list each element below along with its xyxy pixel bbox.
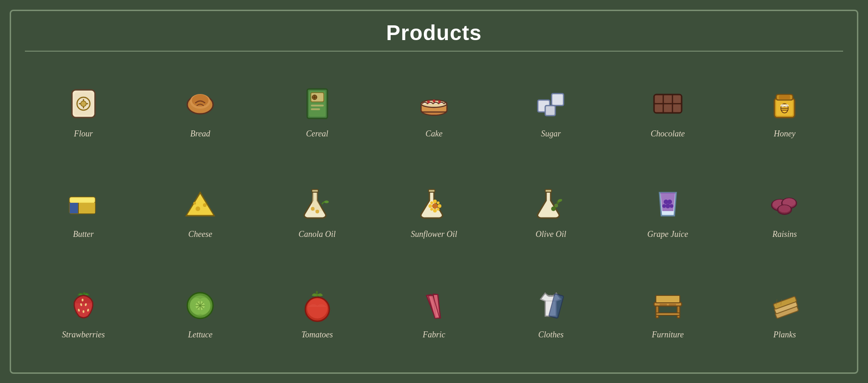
product-butter: Butter	[25, 161, 142, 262]
products-board: Products Flour	[10, 10, 858, 374]
svg-point-66	[437, 208, 440, 211]
product-tomatoes: Tomatoes	[259, 262, 375, 362]
svg-point-65	[430, 208, 433, 211]
svg-marker-49	[187, 194, 213, 215]
product-honey: Honey	[726, 61, 843, 161]
bread-label: Bread	[190, 129, 210, 139]
svg-rect-34	[673, 105, 681, 112]
canola-oil-label: Canola Oil	[298, 230, 336, 239]
planks-label: Planks	[773, 330, 796, 340]
butter-label: Butter	[73, 230, 94, 239]
svg-rect-12	[311, 108, 320, 110]
svg-point-56	[324, 200, 329, 203]
svg-point-16	[427, 100, 430, 103]
svg-point-76	[670, 204, 673, 208]
grape-juice-icon	[647, 183, 689, 225]
strawberries-icon	[63, 284, 104, 325]
svg-point-54	[311, 207, 315, 211]
product-cheese: Cheese	[142, 161, 258, 262]
cereal-label: Cereal	[306, 129, 328, 139]
fabric-label: Fabric	[422, 330, 445, 340]
svg-rect-102	[669, 304, 676, 306]
sunflower-oil-icon	[413, 183, 455, 225]
svg-point-55	[315, 210, 319, 213]
title-divider	[25, 51, 843, 52]
sugar-label: Sugar	[541, 129, 561, 139]
tomatoes-icon	[297, 284, 338, 325]
svg-point-51	[203, 203, 207, 207]
svg-point-50	[196, 206, 200, 211]
svg-point-82	[779, 205, 791, 212]
product-chocolate: Chocolate	[609, 61, 726, 161]
cake-label: Cake	[426, 129, 443, 139]
svg-point-18	[438, 100, 441, 103]
svg-rect-32	[655, 105, 662, 112]
bread-icon	[179, 83, 221, 124]
product-grape-juice: Grape Juice	[609, 161, 726, 262]
strawberries-label: Strawberries	[62, 330, 105, 340]
svg-rect-97	[656, 306, 659, 318]
product-strawberries: Strawberries	[25, 262, 142, 362]
svg-point-74	[666, 204, 670, 208]
raisins-label: Raisins	[773, 230, 797, 239]
product-bread: Bread	[142, 61, 258, 161]
furniture-label: Furniture	[652, 330, 684, 340]
planks-icon	[764, 284, 805, 325]
svg-point-52	[193, 202, 196, 205]
svg-point-73	[667, 200, 672, 204]
svg-rect-46	[70, 203, 78, 213]
product-lettuce: Lettuce	[142, 262, 258, 362]
cake-icon	[413, 83, 455, 124]
honey-label: Honey	[774, 129, 796, 139]
svg-rect-24	[546, 106, 554, 115]
canola-oil-icon	[297, 183, 338, 225]
product-cereal: Cereal	[259, 61, 375, 161]
page-title: Products	[25, 20, 843, 45]
svg-rect-101	[660, 304, 667, 306]
product-flour: Flour	[25, 61, 142, 161]
lettuce-label: Lettuce	[188, 330, 213, 340]
svg-rect-44	[71, 198, 94, 202]
olive-oil-label: Olive Oil	[535, 230, 566, 239]
products-grid: Flour Bread	[25, 61, 843, 362]
cheese-icon	[179, 183, 221, 225]
olive-oil-icon	[530, 183, 571, 225]
product-canola-oil: Canola Oil	[259, 161, 375, 262]
fabric-icon	[413, 284, 455, 325]
product-clothes: Clothes	[493, 262, 609, 362]
tomatoes-label: Tomatoes	[301, 330, 333, 340]
svg-rect-100	[656, 295, 680, 303]
raisins-icon	[764, 183, 805, 225]
svg-rect-38	[779, 95, 790, 99]
sugar-icon	[530, 83, 571, 124]
product-planks: Planks	[726, 262, 843, 362]
product-sunflower-oil: Sunflower Oil	[375, 161, 492, 262]
furniture-icon	[647, 284, 689, 325]
svg-rect-30	[664, 95, 672, 103]
svg-rect-47	[78, 203, 79, 213]
product-sugar: Sugar	[493, 61, 609, 161]
chocolate-icon	[647, 83, 689, 124]
svg-rect-67	[545, 189, 552, 192]
honey-icon	[764, 83, 805, 124]
cereal-icon	[297, 83, 338, 124]
product-furniture: Furniture	[609, 262, 726, 362]
svg-rect-98	[677, 306, 680, 318]
svg-rect-22	[553, 94, 563, 105]
svg-point-75	[662, 204, 666, 208]
flour-icon	[63, 83, 104, 124]
svg-point-17	[433, 100, 435, 102]
svg-rect-29	[655, 95, 662, 103]
product-olive-oil: Olive Oil	[493, 161, 609, 262]
svg-rect-53	[312, 189, 318, 192]
svg-point-64	[437, 201, 440, 204]
cheese-label: Cheese	[188, 230, 212, 239]
svg-point-69	[554, 204, 558, 207]
chocolate-label: Chocolate	[651, 129, 685, 139]
svg-rect-33	[664, 105, 672, 112]
product-raisins: Raisins	[726, 161, 843, 262]
svg-point-63	[430, 201, 433, 204]
svg-rect-11	[311, 105, 324, 106]
svg-point-61	[428, 204, 432, 208]
clothes-label: Clothes	[538, 330, 564, 340]
